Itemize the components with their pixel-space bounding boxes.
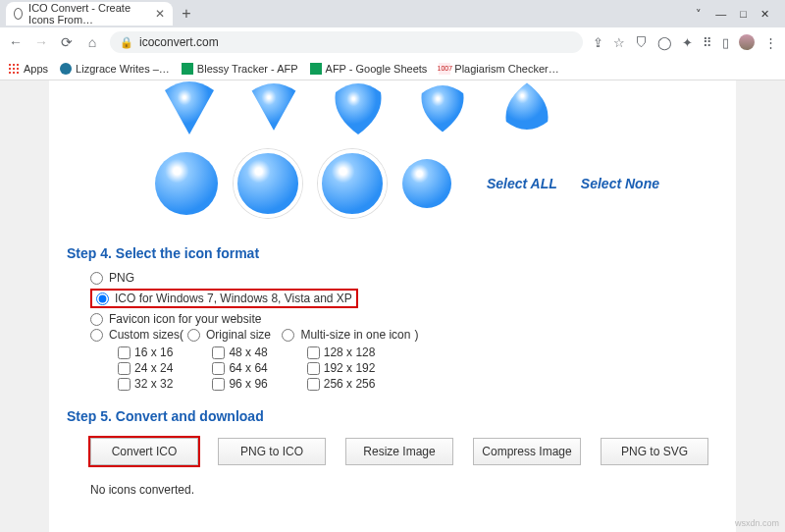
style-circle-4[interactable] xyxy=(402,159,451,208)
minimize-button[interactable]: — xyxy=(715,8,726,21)
tab-bar: ICO Convert - Create Icons From… ✕ + ˅ —… xyxy=(0,0,785,27)
size-24[interactable]: 24 x 24 xyxy=(118,361,173,375)
lock-icon: 🔒 xyxy=(120,36,133,49)
share-icon[interactable]: ⇪ xyxy=(593,35,603,50)
panel-icon[interactable]: ▯ xyxy=(722,35,729,50)
tab-title: ICO Convert - Create Icons From… xyxy=(28,2,149,26)
option-ico-highlighted[interactable]: ICO for Windows 7, Windows 8, Vista and … xyxy=(90,289,358,308)
extensions-icon[interactable]: ✦ xyxy=(682,35,693,50)
size-32[interactable]: 32 x 32 xyxy=(118,377,173,391)
size-grid: 16 x 16 24 x 24 32 x 32 48 x 48 64 x 64 … xyxy=(118,346,718,391)
step5-heading: Step 5. Convert and download xyxy=(67,408,718,424)
watermark: wsxdn.com xyxy=(735,518,779,528)
size-48[interactable]: 48 x 48 xyxy=(212,346,267,359)
png-to-svg-button[interactable]: PNG to SVG xyxy=(601,438,708,465)
shield-icon[interactable]: ⛉ xyxy=(635,35,648,50)
maximize-button[interactable]: □ xyxy=(740,8,747,21)
style-tear-1[interactable] xyxy=(155,80,224,139)
convert-button-row: Convert ICO PNG to ICO Resize Image Comp… xyxy=(90,438,718,465)
size-192[interactable]: 192 x 192 xyxy=(307,361,376,375)
style-row-tears xyxy=(155,80,718,139)
forward-icon[interactable]: → xyxy=(33,34,49,50)
menu-icon[interactable]: ⋮ xyxy=(764,35,777,50)
compress-image-button[interactable]: Compress Image xyxy=(473,438,581,465)
address-bar: ← → ⟳ ⌂ 🔒 icoconvert.com ⇪ ☆ ⛉ ◯ ✦ ⠿ ▯ ⋮ xyxy=(0,27,785,57)
option-png[interactable]: PNG xyxy=(90,271,718,285)
select-none-link[interactable]: Select None xyxy=(581,176,659,191)
bookmark-blessy[interactable]: Blessy Tracker - AFP xyxy=(182,63,298,75)
option-custom[interactable]: Custom sizes( Original size Multi-size i… xyxy=(90,328,718,342)
plagiarism-icon: 1007 xyxy=(439,63,450,75)
style-circle-3[interactable] xyxy=(318,149,387,218)
style-circle-2[interactable] xyxy=(234,149,302,218)
apps-button[interactable]: Apps xyxy=(8,63,48,75)
circle-icon[interactable]: ◯ xyxy=(657,35,672,50)
close-window-button[interactable]: ✕ xyxy=(760,8,769,21)
close-tab-icon[interactable]: ✕ xyxy=(155,7,165,21)
size-256[interactable]: 256 x 256 xyxy=(307,377,376,391)
style-tear-2[interactable] xyxy=(239,80,308,139)
resize-image-button[interactable]: Resize Image xyxy=(345,438,453,465)
size-128[interactable]: 128 x 128 xyxy=(307,346,376,359)
bookmark-afp[interactable]: AFP - Google Sheets xyxy=(310,63,428,75)
size-96[interactable]: 96 x 96 xyxy=(212,377,267,391)
style-row-circles: Select ALL Select None xyxy=(155,149,718,218)
style-circle-1[interactable] xyxy=(155,152,218,215)
step4-heading: Step 4. Select the icon format xyxy=(67,245,718,261)
select-all-link[interactable]: Select ALL xyxy=(487,176,557,191)
size-64[interactable]: 64 x 64 xyxy=(212,361,267,375)
sheets-icon xyxy=(310,63,322,75)
bookmark-lizgrace[interactable]: Lizgrace Writes –… xyxy=(60,63,170,75)
url-input[interactable]: 🔒 icoconvert.com xyxy=(110,31,583,53)
reload-icon[interactable]: ⟳ xyxy=(59,34,75,50)
convert-ico-button[interactable]: Convert ICO xyxy=(90,438,198,465)
drop-icon[interactable]: ˅ xyxy=(696,8,702,21)
bookmarks-bar: Apps Lizgrace Writes –… Blessy Tracker -… xyxy=(0,57,785,80)
cast-icon[interactable]: ⠿ xyxy=(703,35,712,50)
new-tab-button[interactable]: + xyxy=(177,4,196,24)
globe-icon xyxy=(14,8,23,20)
sheets-icon xyxy=(182,63,193,75)
style-tear-5[interactable] xyxy=(493,80,561,139)
apps-icon xyxy=(8,63,20,75)
star-icon[interactable]: ☆ xyxy=(613,35,625,50)
option-favicon[interactable]: Favicon icon for your website xyxy=(90,312,718,326)
back-icon[interactable]: ← xyxy=(8,34,24,50)
size-16[interactable]: 16 x 16 xyxy=(118,346,173,359)
url-text: icoconvert.com xyxy=(139,35,219,49)
style-tear-3[interactable] xyxy=(324,80,392,139)
style-tear-4[interactable] xyxy=(408,80,477,139)
conversion-status: No icons converted. xyxy=(90,483,718,497)
wordpress-icon xyxy=(60,63,72,75)
png-to-ico-button[interactable]: PNG to ICO xyxy=(218,438,326,465)
bookmark-plagiarism[interactable]: 1007Plagiarism Checker… xyxy=(439,63,558,75)
home-icon[interactable]: ⌂ xyxy=(84,34,100,50)
avatar[interactable] xyxy=(739,34,755,50)
browser-tab[interactable]: ICO Convert - Create Icons From… ✕ xyxy=(6,2,173,26)
